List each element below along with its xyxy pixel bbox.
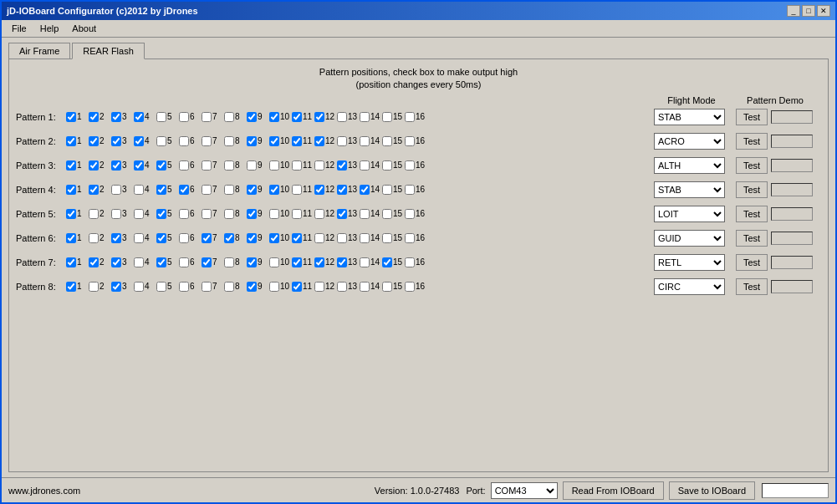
checkbox-p4-pos1[interactable]	[66, 185, 76, 195]
port-select[interactable]: COM43	[491, 482, 558, 499]
test-button-2[interactable]: Test	[736, 133, 768, 150]
maximize-button[interactable]: □	[802, 5, 815, 17]
checkbox-p3-pos16[interactable]	[405, 160, 415, 171]
read-button[interactable]: Read From IOBoard	[563, 481, 664, 500]
test-button-4[interactable]: Test	[736, 181, 768, 198]
checkbox-p6-pos4[interactable]	[134, 233, 144, 243]
checkbox-p7-pos9[interactable]	[247, 257, 257, 267]
checkbox-p1-pos5[interactable]	[156, 112, 166, 122]
checkbox-p7-pos11[interactable]	[292, 257, 302, 267]
checkbox-p5-pos14[interactable]	[360, 209, 370, 219]
checkbox-p2-pos6[interactable]	[179, 136, 189, 146]
checkbox-p3-pos15[interactable]	[382, 160, 392, 171]
checkbox-p6-pos3[interactable]	[111, 233, 121, 243]
checkbox-p2-pos16[interactable]	[405, 136, 415, 146]
checkbox-p6-pos6[interactable]	[179, 233, 189, 243]
checkbox-p3-pos10[interactable]	[269, 160, 279, 171]
checkbox-p1-pos16[interactable]	[405, 112, 415, 122]
checkbox-p5-pos2[interactable]	[89, 209, 99, 219]
checkbox-p1-pos2[interactable]	[89, 112, 99, 122]
checkbox-p4-pos4[interactable]	[134, 185, 144, 195]
checkbox-p4-pos8[interactable]	[224, 185, 234, 195]
checkbox-p5-pos5[interactable]	[156, 209, 166, 219]
minimize-button[interactable]: _	[787, 5, 800, 17]
save-button[interactable]: Save to IOBoard	[669, 481, 755, 500]
checkbox-p2-pos8[interactable]	[224, 136, 234, 146]
checkbox-p6-pos2[interactable]	[89, 233, 99, 243]
checkbox-p2-pos5[interactable]	[156, 136, 166, 146]
checkbox-p4-pos11[interactable]	[292, 185, 302, 195]
checkbox-p8-pos11[interactable]	[292, 282, 302, 292]
checkbox-p2-pos9[interactable]	[247, 136, 257, 146]
checkbox-p3-pos8[interactable]	[224, 160, 234, 171]
checkbox-p5-pos8[interactable]	[224, 209, 234, 219]
checkbox-p3-pos1[interactable]	[66, 160, 76, 171]
checkbox-p7-pos2[interactable]	[89, 257, 99, 267]
checkbox-p3-pos12[interactable]	[314, 160, 324, 171]
checkbox-p5-pos12[interactable]	[314, 209, 324, 219]
checkbox-p8-pos15[interactable]	[382, 282, 392, 292]
checkbox-p8-pos1[interactable]	[66, 282, 76, 292]
checkbox-p6-pos5[interactable]	[156, 233, 166, 243]
checkbox-p6-pos1[interactable]	[66, 233, 76, 243]
checkbox-p4-pos5[interactable]	[156, 185, 166, 195]
flight-mode-select-7[interactable]: STABACROALTHAUTOGUIDLOITRETLCIRCLANDOFLO	[654, 254, 725, 271]
checkbox-p2-pos1[interactable]	[66, 136, 76, 146]
checkbox-p1-pos10[interactable]	[269, 112, 279, 122]
checkbox-p3-pos5[interactable]	[156, 160, 166, 171]
checkbox-p2-pos10[interactable]	[269, 136, 279, 146]
checkbox-p1-pos8[interactable]	[224, 112, 234, 122]
menu-file[interactable]: File	[5, 22, 33, 35]
checkbox-p1-pos11[interactable]	[292, 112, 302, 122]
checkbox-p6-pos9[interactable]	[247, 233, 257, 243]
checkbox-p8-pos3[interactable]	[111, 282, 121, 292]
checkbox-p7-pos4[interactable]	[134, 257, 144, 267]
checkbox-p7-pos12[interactable]	[314, 257, 324, 267]
checkbox-p8-pos5[interactable]	[156, 282, 166, 292]
checkbox-p1-pos6[interactable]	[179, 112, 189, 122]
test-button-1[interactable]: Test	[736, 109, 768, 125]
checkbox-p1-pos9[interactable]	[247, 112, 257, 122]
checkbox-p6-pos8[interactable]	[224, 233, 234, 243]
checkbox-p6-pos14[interactable]	[360, 233, 370, 243]
test-button-8[interactable]: Test	[736, 278, 768, 295]
checkbox-p8-pos13[interactable]	[337, 282, 347, 292]
checkbox-p8-pos6[interactable]	[179, 282, 189, 292]
checkbox-p5-pos9[interactable]	[247, 209, 257, 219]
checkbox-p4-pos16[interactable]	[405, 185, 415, 195]
checkbox-p8-pos14[interactable]	[360, 282, 370, 292]
checkbox-p1-pos15[interactable]	[382, 112, 392, 122]
flight-mode-select-1[interactable]: STABACROALTHAUTOGUIDLOITRETLCIRCLANDOFLO	[654, 109, 725, 125]
checkbox-p1-pos3[interactable]	[111, 112, 121, 122]
checkbox-p7-pos14[interactable]	[360, 257, 370, 267]
checkbox-p6-pos15[interactable]	[382, 233, 392, 243]
checkbox-p8-pos16[interactable]	[405, 282, 415, 292]
checkbox-p5-pos10[interactable]	[269, 209, 279, 219]
checkbox-p8-pos8[interactable]	[224, 282, 234, 292]
checkbox-p2-pos15[interactable]	[382, 136, 392, 146]
checkbox-p2-pos4[interactable]	[134, 136, 144, 146]
flight-mode-select-8[interactable]: STABACROALTHAUTOGUIDLOITRETLCIRCLANDOFLO	[654, 278, 725, 295]
tab-airframe[interactable]: Air Frame	[8, 43, 70, 59]
checkbox-p7-pos1[interactable]	[66, 257, 76, 267]
checkbox-p7-pos6[interactable]	[179, 257, 189, 267]
checkbox-p1-pos14[interactable]	[360, 112, 370, 122]
test-button-6[interactable]: Test	[736, 230, 768, 247]
checkbox-p4-pos13[interactable]	[337, 185, 347, 195]
flight-mode-select-6[interactable]: STABACROALTHAUTOGUIDLOITRETLCIRCLANDOFLO	[654, 230, 725, 247]
checkbox-p1-pos1[interactable]	[66, 112, 76, 122]
checkbox-p6-pos10[interactable]	[269, 233, 279, 243]
checkbox-p5-pos4[interactable]	[134, 209, 144, 219]
flight-mode-select-3[interactable]: STABACROALTHAUTOGUIDLOITRETLCIRCLANDOFLO	[654, 157, 725, 174]
checkbox-p2-pos14[interactable]	[360, 136, 370, 146]
checkbox-p1-pos12[interactable]	[314, 112, 324, 122]
checkbox-p7-pos3[interactable]	[111, 257, 121, 267]
checkbox-p5-pos6[interactable]	[179, 209, 189, 219]
checkbox-p3-pos2[interactable]	[89, 160, 99, 171]
checkbox-p6-pos13[interactable]	[337, 233, 347, 243]
checkbox-p2-pos13[interactable]	[337, 136, 347, 146]
checkbox-p6-pos7[interactable]	[202, 233, 212, 243]
flight-mode-select-5[interactable]: STABACROALTHAUTOGUIDLOITRETLCIRCLANDOFLO	[654, 206, 725, 222]
status-input[interactable]	[762, 483, 829, 498]
checkbox-p7-pos5[interactable]	[156, 257, 166, 267]
